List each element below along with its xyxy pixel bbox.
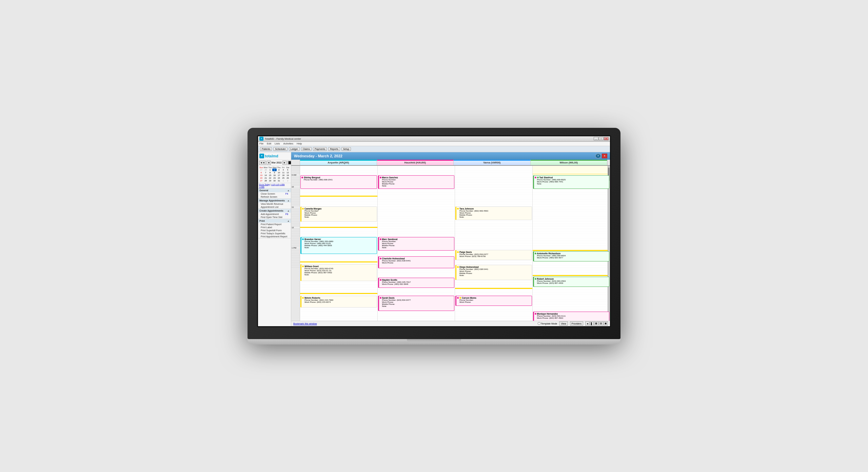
menu-help[interactable]: Help xyxy=(297,142,302,145)
cal-day[interactable]: 24 xyxy=(277,177,281,179)
cal-day[interactable]: 15 xyxy=(268,174,272,177)
sidebar-item-print-todays-superbills[interactable]: Print Today's Superbills xyxy=(258,232,291,235)
cal-day[interactable]: 27 xyxy=(259,179,263,182)
bookmark-text[interactable]: Bookmark this window xyxy=(293,322,317,325)
appointment-brandon-varner[interactable]: Brandon Varner Phone Number: (480) 355-6… xyxy=(300,237,377,254)
providers-button[interactable]: Providers xyxy=(570,321,584,326)
cal-day[interactable]: 20 xyxy=(259,177,263,179)
toolbar-scheduler[interactable]: Scheduler xyxy=(273,147,288,151)
sidebar-item-print-patient-report[interactable]: Print Patient Report xyxy=(258,223,291,226)
print-section-header[interactable]: Print ▲ xyxy=(258,219,291,223)
menu-lists[interactable]: Lists xyxy=(275,142,280,145)
cal-day[interactable]: 18 xyxy=(281,174,285,177)
nav-next[interactable]: ► xyxy=(282,161,287,165)
manage-section-header[interactable]: Manage Appointments ▲ xyxy=(258,199,291,202)
window-controls[interactable]: _ □ × xyxy=(594,137,609,140)
cal-day[interactable]: 6 xyxy=(259,171,263,174)
appointment-marc-sandoval[interactable]: Marc Sandoval Phone Number: Work Phone: … xyxy=(378,237,455,251)
cal-day[interactable]: 26 xyxy=(285,177,290,179)
appointment-monique-hernandez[interactable]: Monique Hernandez Phone Number: (623) 56… xyxy=(533,312,610,321)
appointment-tad-stanfrod[interactable]: Tad Stanfrod Phone Number: (480) 699-892… xyxy=(533,175,610,189)
cal-day[interactable]: 23 xyxy=(272,177,277,179)
cal-day[interactable]: 29 xyxy=(268,179,272,182)
cal-day-selected[interactable]: 2 xyxy=(272,169,277,171)
goto-prev-wk[interactable]: <<Wk xyxy=(279,183,285,185)
cal-day[interactable]: 9 xyxy=(272,171,277,174)
cal-day[interactable]: 28 xyxy=(263,179,268,182)
sidebar-item-print-label[interactable]: Print Label xyxy=(258,226,291,229)
view-button[interactable]: View xyxy=(559,321,568,326)
cal-day[interactable]: 7 xyxy=(263,171,268,174)
sidebar-item-appointment-list[interactable]: Appointment List xyxy=(258,205,291,209)
nav-next-next[interactable]: ██ xyxy=(288,161,291,165)
sidebar-item-close-screen[interactable]: Close ScreenF4 xyxy=(258,192,291,195)
cal-day[interactable]: 8 xyxy=(268,171,272,174)
list-button[interactable]: ▣ xyxy=(604,321,608,326)
maximize-button[interactable]: □ xyxy=(599,137,604,140)
calendar-scroll[interactable]: 9 AM 10 xyxy=(291,166,610,321)
goto-prev-a[interactable]: <<A xyxy=(271,183,275,185)
template-mode-label[interactable]: Template Mode xyxy=(538,322,557,325)
cal-day[interactable]: 28 xyxy=(263,169,268,171)
menu-activities[interactable]: Activities xyxy=(283,142,293,145)
toolbar-reports[interactable]: Reports xyxy=(328,147,340,151)
appointment-marco-sanchez[interactable]: Marco Sanchez Phone Number: Work Phone: … xyxy=(378,175,455,189)
appointment-carson-moms[interactable]: Carson Moms Phone Number: Work Phone: xyxy=(455,296,532,306)
appointment-sarah-davis[interactable]: Sarah Davis Phone Number: (623) 834-0477… xyxy=(378,296,455,311)
cal-day[interactable]: 1 xyxy=(281,179,285,182)
zoom-bar-button[interactable]: ▌ xyxy=(590,321,594,326)
appointment-william-grant[interactable]: William Grant Phone Number: (623) 563-67… xyxy=(300,264,377,281)
toolbar-patients[interactable]: Patients xyxy=(260,147,272,151)
toolbar-ledger[interactable]: Ledger xyxy=(289,147,300,151)
provider-col-arq[interactable]: Shirley Bergout Phone Number: (480) 699-… xyxy=(300,166,378,321)
toolbar-payments[interactable]: Payments xyxy=(313,147,327,151)
sidebar-item-refresh-screen[interactable]: Refresh Screen xyxy=(258,195,291,198)
cal-day[interactable]: 31 xyxy=(277,179,281,182)
appointment-melvin-roberts[interactable]: Melvin Roberts Phone Number: (602) 215-7… xyxy=(300,296,377,308)
cal-day[interactable]: 22 xyxy=(268,177,272,179)
minimize-button[interactable]: _ xyxy=(594,137,598,140)
sidebar-item-print-appointment-report[interactable]: Print Appointment Report xyxy=(258,235,291,238)
create-section-header[interactable]: Create Appointments ▲ xyxy=(258,209,291,213)
cal-day[interactable]: 3 xyxy=(277,169,281,171)
goto-next-a[interactable]: >>A xyxy=(275,183,279,185)
cal-day[interactable]: 16 xyxy=(272,174,277,177)
cal-day[interactable]: 21 xyxy=(263,177,268,179)
cal-day[interactable]: 30 xyxy=(272,179,277,182)
appointment-robert-johnson[interactable]: Robert Johnson Phone Number: (623) 963-4… xyxy=(533,277,610,287)
sidebar-item-add-appointment[interactable]: Add AppointmentF8 xyxy=(258,213,291,216)
help-button[interactable]: ? xyxy=(595,154,601,158)
cal-day[interactable]: 10 xyxy=(277,171,281,174)
nav-prev[interactable]: ◄ xyxy=(267,161,271,165)
appointment-camelia-morgan[interactable]: Camelia Morgan Phone Number: Work Phone:… xyxy=(300,206,377,222)
provider-col-var[interactable]: Tara Johnson Phone Number: (602) 963-456… xyxy=(455,166,533,321)
close-button[interactable]: × xyxy=(604,137,609,140)
menu-file[interactable]: File xyxy=(259,142,263,145)
grid-button[interactable]: ▤ xyxy=(599,321,603,326)
provider-col-wil[interactable]: Tad Stanfrod Phone Number: (480) 699-892… xyxy=(533,166,610,321)
sidebar-item-print-superbill-form[interactable]: Print Superbill Form xyxy=(258,229,291,232)
cal-day[interactable]: 12 xyxy=(285,171,290,174)
close-calendar-button[interactable]: × xyxy=(602,154,607,158)
goto-today[interactable]: Go to Today xyxy=(259,183,270,185)
appointment-diego-holmestead[interactable]: Diego Holmestead Phone Number: (602) 638… xyxy=(455,265,532,280)
provider-col-hau[interactable]: Marco Sanchez Phone Number: Work Phone: … xyxy=(378,166,455,321)
cal-day[interactable]: 4 xyxy=(281,169,285,171)
cal-day[interactable]: 11 xyxy=(281,171,285,174)
cal-day[interactable]: 19 xyxy=(285,174,290,177)
appointment-shirley-bergout[interactable]: Shirley Bergout Phone Number: (480) 699-… xyxy=(300,175,377,189)
template-mode-checkbox[interactable] xyxy=(538,322,540,325)
cal-day[interactable]: 5 xyxy=(285,169,290,171)
toolbar-setup[interactable]: Setup xyxy=(341,147,351,151)
appointment-hayden-scotts[interactable]: Hayden Scotts Phone Number: (480) 345-79… xyxy=(378,278,455,288)
toolbar-claims[interactable]: Claims xyxy=(301,147,312,151)
appointment-antoinette-richardson[interactable]: Antoinette Richardson Phone Number: (480… xyxy=(533,251,610,261)
cal-day[interactable]: 13 xyxy=(259,174,263,177)
sidebar-item-find-open-time-slot[interactable]: Find Open Time Slot xyxy=(258,216,291,219)
chart-button[interactable]: ▦ xyxy=(594,321,598,326)
appointment-tara-johnson[interactable]: Tara Johnson Phone Number: (602) 963-456… xyxy=(455,206,532,220)
cal-day[interactable]: 2 xyxy=(285,179,290,182)
goto-next-wk[interactable]: >>Wk xyxy=(259,186,264,188)
cal-day[interactable]: 1 xyxy=(268,169,272,171)
zoom-out-button[interactable]: ◄ xyxy=(585,321,590,326)
